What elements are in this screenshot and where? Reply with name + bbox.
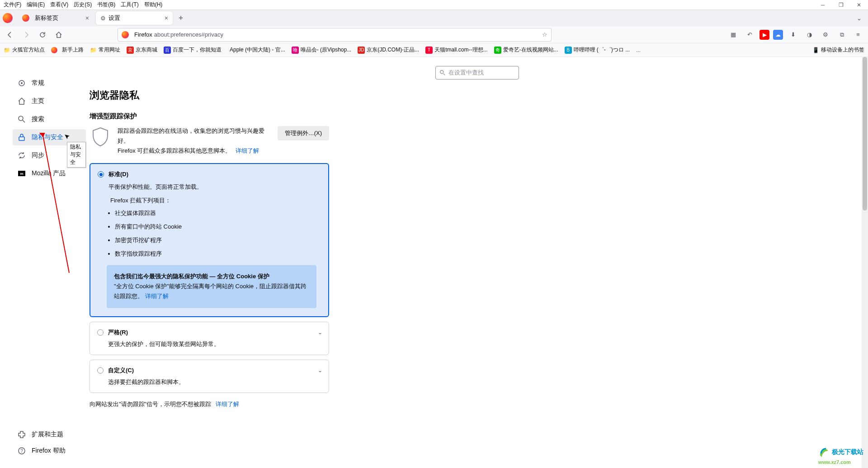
extensions-button[interactable]: ⧉ [835,28,848,41]
tabs-dropdown-icon[interactable]: ⌄ [857,15,862,22]
bookmark-item[interactable]: 百百度一下，你就知道 [164,46,222,54]
menu-file[interactable]: 文件(F) [4,1,21,9]
folder-icon: 📁 [4,47,10,53]
chevron-down-icon[interactable]: ⌄ [318,329,322,336]
bookmark-item[interactable]: B哔哩哔哩 (゜-゜)つロ ... [565,46,630,54]
bookmark-item[interactable]: 唯唯品会- (原Vipshop... [292,46,351,54]
manage-exceptions-button[interactable]: 管理例外…(X) [278,126,329,140]
info-learn-more-link[interactable]: 详细了解 [145,293,169,300]
sidebar-help[interactable]: ? Firefox 帮助 [13,443,86,459]
firefox-icon [22,14,29,22]
back-button[interactable] [4,28,16,41]
settings-search[interactable]: 在设置中查找 [435,66,519,80]
etp-heading: 增强型跟踪保护 [90,112,329,121]
jd-icon: 京 [127,47,134,54]
firefox-logo-icon [3,13,13,23]
learn-more-link[interactable]: 详细了解 [236,147,259,154]
menu-edit[interactable]: 编辑(E) [27,1,45,9]
radio-strict[interactable] [97,329,104,336]
folder-icon: 📁 [90,47,97,53]
svg-text:?: ? [20,449,23,454]
etp-option-custom[interactable]: 自定义(C) ⌄ 选择要拦截的跟踪器和脚本。 [90,360,329,393]
close-icon[interactable]: × [165,14,168,22]
gear-icon: ⚙ [100,15,106,22]
iqiyi-icon: 奇 [494,47,501,54]
tab-label: 设置 [108,14,120,22]
svg-point-1 [21,82,23,84]
radio-standard[interactable] [98,171,104,178]
sidebar-item-home[interactable]: 主页 [13,93,86,109]
chevron-down-icon[interactable]: ⌄ [318,367,322,374]
tab-strip: 新标签页 × ⚙ 设置 × + ⌄ [0,10,868,26]
watermark: 极光下载站 www.xz7.com [818,446,863,465]
url-bar[interactable]: Firefox about:preferences#privacy ☆ [118,28,552,42]
close-button[interactable]: ✕ [850,0,868,10]
page-title: 浏览器隐私 [90,89,329,102]
menu-bar: 文件(F) 编辑(E) 查看(V) 历史(S) 书签(B) 工具(T) 帮助(H… [0,0,868,10]
tooltip: 隐私与安全 [67,142,86,168]
bookmark-folder[interactable]: 📁火狐官方站点 [4,46,45,54]
app-menu-button[interactable]: ≡ [852,28,864,41]
sync-icon [17,151,26,160]
ext-icon-3[interactable]: ⬇ [787,28,799,41]
etp-option-standard[interactable]: 标准(D) 平衡保护和性能。页面将正常加载。 Firefox 拦截下列项目： 社… [90,163,329,317]
bookmark-item[interactable]: 奇爱奇艺-在线视频网站... [494,46,558,54]
reload-button[interactable] [36,28,49,41]
sidebar-item-general[interactable]: 常规 [13,75,86,91]
new-tab-button[interactable]: + [175,12,187,24]
tab-newtab[interactable]: 新标签页 × [17,11,94,25]
tab-settings[interactable]: ⚙ 设置 × [96,11,173,25]
dnt-learn-more-link[interactable]: 详细了解 [216,401,239,407]
ext-icon-2[interactable]: ↶ [743,28,756,41]
bookmark-item[interactable]: 新手上路 [51,46,84,54]
close-icon[interactable]: × [85,14,89,22]
ext-icon-5[interactable]: ⚙ [819,28,832,41]
ext-icon-1[interactable]: ▦ [727,28,740,41]
menu-tools[interactable]: 工具(T) [121,1,138,9]
scrollbar-thumb[interactable] [863,57,867,211]
menu-help[interactable]: 帮助(H) [144,1,163,9]
mobile-bookmarks[interactable]: 📱移动设备上的书签 [812,46,864,54]
bookmark-star-icon[interactable]: ☆ [542,31,547,38]
etp-option-strict[interactable]: 严格(R) ⌄ 更强大的保护，但可能导致某些网站异常。 [90,322,329,355]
bookmark-folder[interactable]: 📁常用网址 [90,46,120,54]
cookie-protection-info: 包含我们迄今最强大的隐私保护功能 — 全方位 Cookie 保护 "全方位 Co… [107,265,316,308]
cloud-icon[interactable]: ☁ [773,30,783,40]
home-button[interactable] [52,28,65,41]
cursor-icon [65,133,73,142]
home-icon [17,97,26,106]
scrollbar[interactable] [862,57,868,468]
etp-description: 跟踪器会跟踪您的在线活动，收集您的浏览习惯与兴趣爱好。 Firefox 可拦截众… [118,126,271,156]
sidebar-item-mozilla[interactable]: m Mozilla 产品 [13,165,86,182]
minimize-button[interactable]: ─ [814,0,832,10]
ext-icon-4[interactable]: ◑ [803,28,816,41]
nav-bar: Firefox about:preferences#privacy ☆ ▦ ↶ … [0,26,868,43]
settings-sidebar: 常规 主页 搜索 隐私与安全 同步 m Mozilla 产品 扩展和主题 [0,57,86,468]
youtube-icon[interactable]: ▶ [760,30,769,40]
maximize-button[interactable]: ❐ [832,0,850,10]
bookmark-item[interactable]: T天猫tmall.com--理想... [425,46,487,54]
bookmark-item[interactable]: JD京东(JD.COM)-正品... [358,46,419,54]
mobile-icon: 📱 [812,47,819,53]
gear-icon [17,79,26,88]
bookmark-item[interactable]: 京京东商城 [127,46,157,54]
mozilla-icon: m [17,169,26,178]
tmall-icon: T [425,47,433,54]
bookmark-item[interactable]: Apple (中国大陆) - 官... [228,46,285,54]
shield-icon [90,126,111,148]
radio-custom[interactable] [97,367,104,374]
vip-icon: 唯 [292,47,299,54]
bookmark-overflow[interactable]: ... [636,47,641,53]
forward-button[interactable] [20,28,33,41]
svg-rect-3 [19,137,24,140]
help-icon: ? [17,446,26,455]
tab-label: 新标签页 [35,14,58,22]
menu-bookmarks[interactable]: 书签(B) [97,1,115,9]
sidebar-item-search[interactable]: 搜索 [13,111,86,127]
menu-history[interactable]: 历史(S) [74,1,92,9]
menu-view[interactable]: 查看(V) [50,1,68,9]
settings-main: 在设置中查找 浏览器隐私 增强型跟踪保护 跟踪器会跟踪您的在线活动，收集您的浏览… [86,57,868,468]
jd-icon: JD [358,47,365,54]
search-icon [17,115,26,124]
sidebar-extensions[interactable]: 扩展和主题 [13,426,86,443]
